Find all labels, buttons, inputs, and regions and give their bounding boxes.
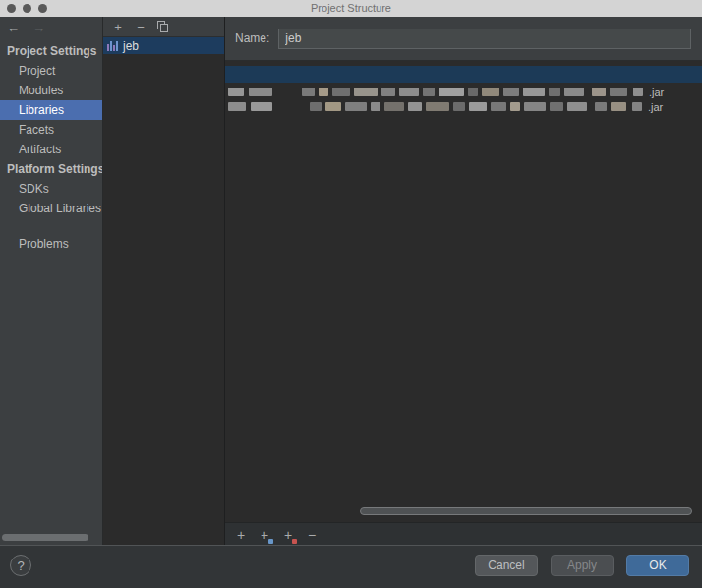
back-icon[interactable]: ← xyxy=(7,21,20,35)
library-name-input[interactable] xyxy=(278,29,691,49)
redacted-path xyxy=(228,102,642,111)
sidebar-item-global-libraries[interactable]: Global Libraries xyxy=(0,199,102,218)
editor-horizontal-scrollbar[interactable] xyxy=(360,507,692,515)
cancel-button[interactable]: Cancel xyxy=(475,555,538,576)
forward-icon[interactable]: → xyxy=(32,21,45,35)
add-library-button[interactable]: + xyxy=(111,21,125,33)
sidebar-header-platform-settings: Platform Settings xyxy=(0,159,102,179)
red-badge xyxy=(292,539,297,544)
help-button[interactable]: ? xyxy=(10,555,31,576)
jar-row[interactable]: .jar xyxy=(225,85,702,99)
name-label: Name: xyxy=(235,31,269,45)
title-bar: Project Structure xyxy=(0,0,702,17)
plus-icon: + xyxy=(261,527,268,543)
settings-sidebar: ← → Project SettingsProjectModulesLibrar… xyxy=(0,17,103,546)
library-item-label: jeb xyxy=(123,39,139,53)
sidebar-item-facets[interactable]: Facets xyxy=(0,120,102,140)
plus-icon: + xyxy=(237,527,245,543)
library-editor: Name: .jar.jar + + + − xyxy=(225,17,702,546)
add-excluded-root-button[interactable]: + xyxy=(282,528,294,542)
sidebar-item-modules[interactable]: Modules xyxy=(0,81,102,100)
sidebar-item-libraries[interactable]: Libraries xyxy=(0,100,102,120)
footer-buttons: CancelApplyOK xyxy=(475,555,689,576)
copy-front-sheet xyxy=(160,24,168,32)
jar-suffix: .jar xyxy=(649,87,664,98)
classes-root-row[interactable] xyxy=(225,66,702,83)
plus-icon: + xyxy=(284,527,292,543)
library-list: jeb xyxy=(103,37,224,546)
jar-rows: .jar.jar xyxy=(225,85,702,114)
main-area: ← → Project SettingsProjectModulesLibrar… xyxy=(0,17,702,546)
sidebar-items: Project SettingsProjectModulesLibrariesF… xyxy=(0,41,102,254)
library-list-panel: + − jeb xyxy=(103,17,225,546)
sidebar-horizontal-scrollbar[interactable] xyxy=(2,534,88,541)
apply-button[interactable]: Apply xyxy=(551,555,614,576)
sidebar-item-problems[interactable]: Problems xyxy=(0,234,102,254)
sidebar-item-project[interactable]: Project xyxy=(0,61,102,81)
blue-badge xyxy=(268,539,273,544)
sidebar-header-project-settings: Project Settings xyxy=(0,41,102,61)
window-title: Project Structure xyxy=(0,0,702,17)
add-files-button[interactable]: + xyxy=(235,528,247,542)
add-from-maven-button[interactable]: + xyxy=(259,528,270,542)
copy-icon[interactable] xyxy=(156,21,168,32)
sidebar-item-sdks[interactable]: SDKs xyxy=(0,179,102,199)
zoom-button[interactable] xyxy=(38,4,47,13)
library-item-jeb[interactable]: jeb xyxy=(103,37,224,54)
remove-root-button[interactable]: − xyxy=(306,528,318,542)
library-toolbar: + − xyxy=(103,17,224,37)
jar-suffix: .jar xyxy=(648,101,663,113)
library-name-row: Name: xyxy=(225,17,702,61)
remove-library-button[interactable]: − xyxy=(134,21,147,33)
library-icon xyxy=(107,40,118,51)
history-nav: ← → xyxy=(0,17,102,38)
redacted-path xyxy=(228,88,643,96)
editor-toolbar: + + + − xyxy=(225,522,702,546)
window-controls xyxy=(7,4,47,13)
ok-button[interactable]: OK xyxy=(626,555,689,576)
dialog-footer: ? CancelApplyOK xyxy=(0,545,702,588)
jar-row[interactable]: .jar xyxy=(225,99,702,114)
project-structure-dialog: Project Structure ← → Project SettingsPr… xyxy=(0,0,702,588)
close-button[interactable] xyxy=(7,4,16,13)
sidebar-item-artifacts[interactable]: Artifacts xyxy=(0,140,102,159)
minimize-button[interactable] xyxy=(23,4,31,13)
